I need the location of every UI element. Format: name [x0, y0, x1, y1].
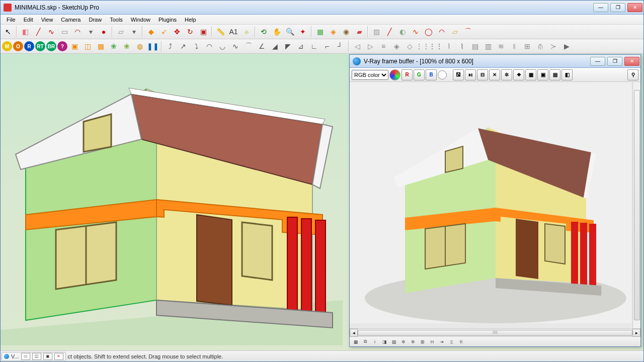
tool-comp1[interactable]: ▣	[68, 40, 80, 52]
vray-titlebar[interactable]: V-Ray frame buffer - [100% of 800 x 600]…	[350, 55, 640, 68]
tool-c10[interactable]: ◤	[282, 40, 294, 52]
menu-plugins[interactable]: Plugins	[154, 16, 181, 24]
tool-c11[interactable]: ⊿	[295, 40, 307, 52]
tool-globe[interactable]: ◍	[134, 40, 146, 52]
menu-window[interactable]: Window	[127, 16, 154, 24]
vray-tool-4[interactable]: ✕	[489, 69, 500, 80]
tool-eraser[interactable]: ◧	[19, 26, 31, 38]
tool-xray[interactable]: ▨	[370, 26, 382, 38]
vray-bottom-2[interactable]: i	[371, 338, 379, 345]
tool-section[interactable]: ▰	[353, 26, 365, 38]
vray-tool-6[interactable]: ❖	[513, 69, 524, 80]
vray-bottom-9[interactable]: ⇥	[438, 338, 446, 345]
vray-vertical-scrollbar[interactable]	[632, 82, 640, 328]
menu-edit[interactable]: Edit	[20, 16, 37, 24]
minimize-button[interactable]: —	[593, 3, 608, 12]
tool-c12[interactable]: ∟	[308, 40, 320, 52]
tool-zoom[interactable]: 🔍	[284, 26, 296, 38]
vray-tool-5[interactable]: ✲	[501, 69, 512, 80]
vray-g-button[interactable]: G	[414, 69, 425, 80]
badge-o[interactable]: O	[13, 41, 23, 51]
vray-scroll-left[interactable]: ◂	[350, 329, 358, 337]
vray-tool-10[interactable]: ◧	[561, 69, 573, 80]
tool-c14[interactable]: ┘	[334, 40, 346, 52]
vray-pin-icon[interactable]: ⚲	[627, 69, 638, 80]
tool-e5[interactable]: ◇	[404, 40, 416, 52]
tool-follow[interactable]: ➶	[158, 26, 170, 38]
vray-tool-7[interactable]: ▦	[525, 69, 536, 80]
vray-bottom-5[interactable]: ✲	[399, 338, 408, 345]
tool-e6[interactable]: ⋮⋮	[417, 40, 429, 52]
close-button[interactable]: ✕	[627, 3, 642, 12]
menu-file[interactable]: File	[3, 16, 20, 24]
tool-c4[interactable]: ◠	[203, 40, 215, 52]
tool-map[interactable]: ▦	[314, 26, 326, 38]
tool-rect[interactable]: ▭	[58, 26, 70, 38]
vray-r-button[interactable]: R	[401, 69, 413, 80]
vray-render-view[interactable]	[350, 82, 640, 328]
tool-c6[interactable]: ∿	[229, 40, 242, 52]
tool-scale[interactable]: ▣	[197, 26, 209, 38]
menu-help[interactable]: Help	[181, 16, 200, 24]
tool-freehand[interactable]: ∿	[45, 26, 57, 38]
vray-channels-icon[interactable]	[389, 69, 400, 80]
tool-e7[interactable]: ⋮⋮	[430, 40, 442, 52]
tool-line[interactable]: ╱	[32, 26, 44, 38]
vray-bottom-11[interactable]: ⎘	[457, 338, 465, 345]
tool-e1[interactable]: ◁	[351, 40, 363, 52]
vray-tool-8[interactable]: ▣	[537, 69, 548, 80]
vray-channel-select[interactable]: RGB color	[352, 70, 388, 80]
tool-e12[interactable]: ≋	[495, 40, 507, 52]
tool-style4[interactable]: ▱	[449, 26, 461, 38]
vray-tool-3[interactable]: ⊟	[477, 69, 488, 80]
tool-tape[interactable]: 📏	[214, 26, 226, 38]
status-mini-close[interactable]: ✕	[54, 353, 63, 360]
tool-e14[interactable]: ⊞	[521, 40, 533, 52]
tool-pause[interactable]: ❚❚	[147, 40, 159, 52]
tool-paint[interactable]: ◆	[145, 26, 157, 38]
tool-select[interactable]: ↖	[2, 26, 14, 38]
tool-text[interactable]: A1	[227, 26, 239, 38]
tool-e13[interactable]: ⫴	[508, 40, 520, 52]
tool-edge[interactable]: ╱	[383, 26, 395, 38]
tool-move[interactable]: ✥	[171, 26, 183, 38]
tool-menu-arrow[interactable]: ▾	[85, 26, 97, 38]
tool-style1[interactable]: ∿	[410, 26, 422, 38]
tool-dropdown[interactable]: ▾	[128, 26, 140, 38]
vray-horizontal-scrollbar[interactable]: ◂ IIII ▸	[350, 328, 640, 336]
badge-rt[interactable]: RT	[35, 41, 45, 51]
badge-br[interactable]: BR	[46, 41, 56, 51]
vray-b-button[interactable]: B	[426, 69, 437, 80]
vray-bottom-7[interactable]: ⊞	[419, 338, 427, 345]
vray-hscroll-thumb[interactable]: IIII	[358, 330, 632, 336]
tool-style2[interactable]: ◯	[423, 26, 435, 38]
tool-arc[interactable]: ◠	[71, 26, 84, 38]
status-mini-3[interactable]: ▣	[43, 353, 52, 360]
tool-c5[interactable]: ◡	[216, 40, 228, 52]
tool-c9[interactable]: ◢	[269, 40, 281, 52]
menu-tools[interactable]: Tools	[106, 16, 127, 24]
vray-bottom-4[interactable]: ▨	[390, 338, 398, 345]
menu-draw[interactable]: Draw	[85, 16, 106, 24]
tool-outliner[interactable]: ◉	[340, 26, 352, 38]
tool-orbit[interactable]: ⟲	[258, 26, 270, 38]
status-mini-2[interactable]: ◫	[32, 353, 41, 360]
vray-bottom-1[interactable]: ⧉	[361, 338, 369, 345]
tool-e16[interactable]: ≻	[547, 40, 559, 52]
vray-bottom-8[interactable]: H	[428, 338, 436, 345]
tool-zoom-ext[interactable]: ✦	[297, 26, 309, 38]
vray-bottom-0[interactable]: ▦	[352, 338, 360, 345]
menu-camera[interactable]: Camera	[57, 16, 85, 24]
maximize-button[interactable]: ❐	[610, 3, 625, 12]
tool-e11[interactable]: ▥	[482, 40, 494, 52]
vray-close-button[interactable]: ✕	[624, 57, 639, 66]
vray-bottom-3[interactable]: ◨	[380, 338, 388, 345]
vray-bottom-6[interactable]: ✲	[409, 338, 417, 345]
titlebar[interactable]: MINIMALIS.skp - SketchUp Pro — ❐ ✕	[1, 1, 643, 15]
vray-maximize-button[interactable]: ❐	[607, 57, 622, 66]
vray-bottom-10[interactable]: ▯	[447, 338, 455, 345]
vray-mono-icon[interactable]	[438, 70, 447, 79]
tool-back[interactable]: ◐	[396, 26, 409, 38]
tool-c7[interactable]: ⌒	[243, 40, 255, 52]
vray-scroll-right[interactable]: ▸	[632, 329, 640, 337]
